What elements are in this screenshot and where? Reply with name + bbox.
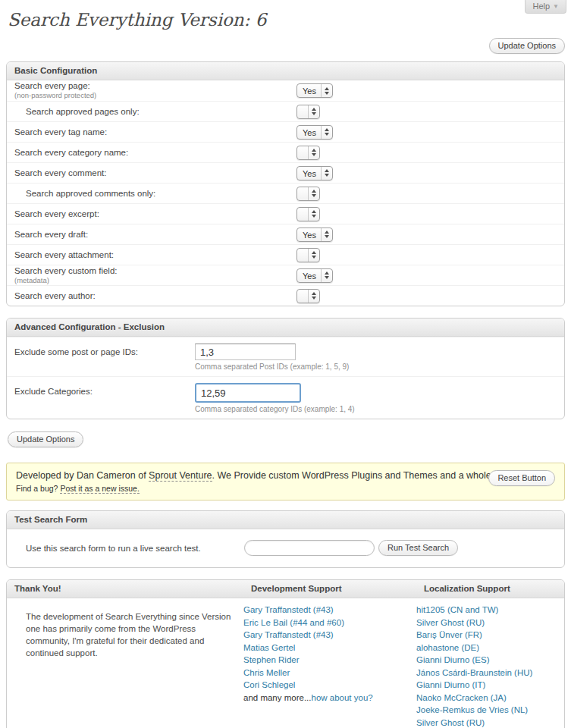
config-row: Search every page:(non-password protecte…	[7, 80, 564, 101]
settings-page: Help ▼ Search Everything Version: 6 Upda…	[0, 0, 571, 728]
yes-no-select[interactable]: Yes	[296, 125, 333, 140]
exclude-post-ids-input[interactable]	[195, 344, 296, 360]
yes-no-select[interactable]	[296, 248, 320, 262]
select-arrows-icon	[321, 228, 332, 241]
supporter-link[interactable]: Silver Ghost (RU)	[416, 618, 485, 627]
supporter-link[interactable]: Eric Le Bail (#44 and #60)	[243, 618, 344, 627]
config-row: Search every comment:Yes	[7, 162, 564, 183]
config-row: Search every custom field:(metadata)Yes	[7, 265, 564, 285]
config-row: Search every excerpt:	[7, 203, 564, 224]
supporter-link[interactable]: Joeke-Remkus de Vries (NL)	[416, 705, 528, 714]
supporter-item: Silver Ghost (RU)	[416, 618, 564, 628]
supporter-item: Eric Le Bail (#44 and #60)	[243, 618, 416, 628]
help-tab[interactable]: Help ▼	[525, 0, 566, 14]
supporter-link[interactable]: Gary Traffanstedt (#43)	[243, 630, 334, 639]
supporter-link[interactable]: Stephen Rider	[243, 655, 300, 664]
supporter-link[interactable]: Cori Schlegel	[243, 680, 295, 689]
config-row-label: Search approved comments only:	[14, 189, 296, 198]
supporter-link[interactable]: Naoko McCracken (JA)	[416, 693, 507, 702]
development-support-title: Development Support	[251, 584, 424, 593]
how-about-you-link[interactable]: how about you?	[311, 693, 372, 702]
exclude-categories-row: Exclude Categories: Comma separated cate…	[7, 376, 564, 419]
config-row-label: Search every tag name:	[14, 127, 296, 136]
config-row: Search every draft:Yes	[7, 224, 564, 244]
config-row-sublabel: (metadata)	[14, 276, 296, 285]
config-row-label: Search every comment:	[14, 168, 296, 177]
notice-text: Find a bug?	[16, 484, 60, 493]
config-row-label: Search every author:	[14, 291, 296, 300]
advanced-configuration-section: Advanced Configuration - Exclusion Exclu…	[6, 318, 565, 419]
chevron-down-icon: ▼	[553, 3, 559, 10]
supporter-link[interactable]: Matias Gertel	[243, 643, 295, 652]
config-row: Search every author:	[7, 285, 564, 306]
supporter-item: Gianni Diurno (ES)	[416, 655, 564, 665]
thank-you-paragraph: The development of Search Everything sin…	[26, 610, 237, 659]
test-search-input[interactable]	[244, 540, 375, 556]
developer-notice: Developed by Dan Cameron of Sprout Ventu…	[6, 463, 565, 500]
exclude-categories-input[interactable]	[195, 383, 301, 403]
yes-no-select[interactable]: Yes	[296, 228, 333, 242]
supporter-link[interactable]: Gianni Diurno (ES)	[416, 655, 490, 664]
exclude-post-ids-label: Exclude some post or page IDs:	[14, 344, 195, 371]
supporter-link[interactable]: Silver Ghost (RU)	[416, 718, 485, 727]
reset-button[interactable]: Reset Button	[488, 470, 555, 486]
notice-text: . We Provide custom WordPress Plugins an…	[212, 470, 531, 481]
supporter-item: Chris Meller	[243, 668, 416, 678]
post-new-issue-link[interactable]: Post it as a new issue.	[60, 484, 139, 494]
yes-no-select[interactable]	[296, 105, 320, 119]
development-support-col: Gary Traffanstedt (#43)Eric Le Bail (#44…	[243, 598, 416, 728]
help-tab-label: Help	[532, 2, 550, 11]
test-search-row: Use this search form to run a live searc…	[7, 529, 564, 567]
dev-support-more-line: and many more...how about you?	[243, 693, 416, 702]
config-row: Search approved pages only:	[7, 101, 564, 121]
supporter-link[interactable]: Barış Ünver (FR)	[416, 630, 482, 639]
yes-no-select[interactable]	[296, 207, 320, 221]
supporter-item: Stephen Rider	[243, 655, 416, 665]
thank-you-header: Thank You! Development Support Localizat…	[7, 580, 564, 598]
update-options-button-bottom[interactable]: Update Options	[8, 431, 83, 447]
supporter-link[interactable]: Gary Traffanstedt (#43)	[243, 605, 334, 614]
supporter-link[interactable]: alohastone (DE)	[416, 643, 479, 652]
supporter-link[interactable]: hit1205 (CN and TW)	[416, 605, 498, 614]
config-row-sublabel: (non-password protected)	[14, 91, 296, 100]
developer-notice-line2: Find a bug? Post it as a new issue.	[16, 484, 555, 493]
basic-config-rows: Search every page:(non-password protecte…	[7, 80, 564, 306]
top-actions: Update Options	[6, 38, 565, 55]
select-arrows-icon	[308, 146, 319, 159]
more-text: and many more...	[243, 693, 311, 702]
supporter-link[interactable]: Gianni Diurno (IT)	[416, 680, 485, 689]
supporter-item: Naoko McCracken (JA)	[416, 693, 564, 703]
select-arrows-icon	[308, 249, 319, 262]
thank-you-paragraph-col: The development of Search Everything sin…	[7, 598, 243, 728]
update-options-button-top[interactable]: Update Options	[489, 38, 565, 54]
supporter-item: Gary Traffanstedt (#43)	[243, 630, 416, 640]
select-arrows-icon	[308, 105, 319, 118]
supporter-item: Cori Schlegel	[243, 680, 416, 690]
supporter-link[interactable]: János Csárdi-Braunstein (HU)	[416, 668, 532, 677]
config-row-label: Search every attachment:	[14, 250, 296, 259]
yes-no-select[interactable]: Yes	[296, 166, 333, 180]
yes-no-select[interactable]: Yes	[296, 268, 333, 283]
config-row-label: Search every draft:	[14, 230, 296, 239]
yes-no-select[interactable]	[296, 289, 320, 303]
test-search-form-section: Test Search Form Use this search form to…	[6, 510, 565, 568]
config-row-label: Search approved pages only:	[14, 107, 296, 116]
test-search-label: Use this search form to run a live searc…	[26, 544, 244, 553]
supporter-item: Matias Gertel	[243, 643, 416, 653]
yes-no-select[interactable]	[296, 187, 320, 201]
config-row: Search approved comments only:	[7, 183, 564, 203]
select-arrows-icon	[321, 269, 332, 282]
exclude-post-ids-field: Comma separated Post IDs (example: 1, 5,…	[195, 344, 349, 371]
supporter-item: Gianni Diurno (IT)	[416, 680, 564, 690]
supporter-item: hit1205 (CN and TW)	[416, 605, 564, 615]
localization-support-title: Localization Support	[424, 584, 557, 593]
supporter-item: Gary Traffanstedt (#43)	[243, 605, 416, 615]
run-test-search-button[interactable]: Run Test Search	[378, 540, 458, 556]
supporter-link[interactable]: Chris Meller	[243, 668, 290, 677]
sprout-venture-link[interactable]: Sprout Venture	[149, 470, 212, 482]
yes-no-select[interactable]: Yes	[296, 83, 333, 98]
config-row: Search every category name:	[7, 142, 564, 162]
yes-no-select[interactable]	[296, 146, 320, 160]
exclude-categories-label: Exclude Categories:	[14, 383, 195, 413]
config-row-label: Search every category name:	[14, 148, 296, 157]
